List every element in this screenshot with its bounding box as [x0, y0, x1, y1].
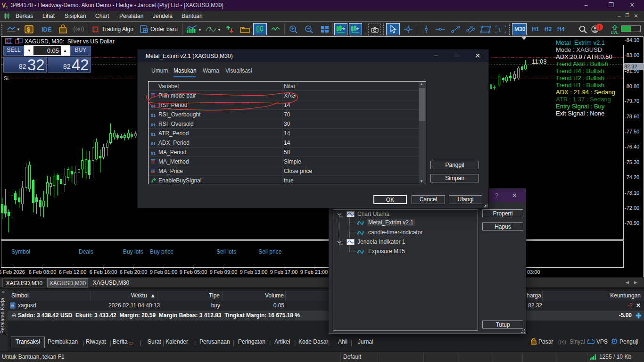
- svg-text:T: T: [498, 26, 502, 33]
- svg-text:$: $: [27, 26, 31, 33]
- svg-text:V: V: [2, 2, 6, 9]
- svg-text:5: 5: [6, 5, 8, 9]
- svg-text:LVL: LVL: [611, 30, 619, 34]
